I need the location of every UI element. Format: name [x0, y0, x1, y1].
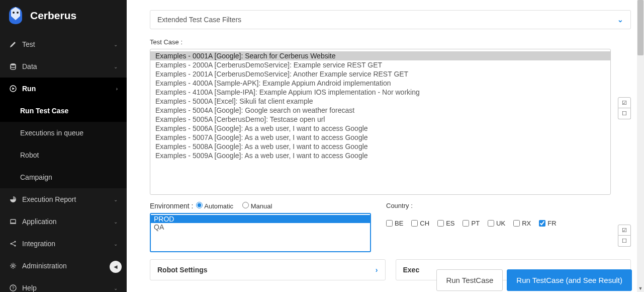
brand-name: Cerberus: [30, 10, 76, 22]
nav-label: Run: [22, 85, 36, 93]
chevron-down-icon: ⌄: [114, 64, 118, 69]
nav-item-application[interactable]: Application ⌄: [0, 210, 127, 233]
nav-label: Help: [22, 284, 37, 292]
brand: Cerberus: [0, 0, 127, 33]
empty-box-icon: ☐: [622, 238, 627, 244]
nav-label: Execution Report: [22, 195, 76, 203]
sidebar-collapse-button[interactable]: ◄: [110, 261, 122, 273]
test-case-option[interactable]: Examples - 5005A [CerberusDemo]: Testcas…: [150, 115, 610, 124]
deselect-all-countries-button[interactable]: ☐: [618, 236, 631, 247]
svg-rect-4: [11, 220, 16, 223]
chevron-down-icon: ⌄: [114, 219, 118, 225]
env-auto-radio[interactable]: [196, 202, 203, 208]
panel-title: Robot Settings: [157, 266, 208, 274]
nav-sub-label: Campaign: [20, 173, 52, 181]
chevron-right-icon: ›: [376, 266, 378, 274]
nav-label: Integration: [22, 240, 55, 248]
svg-point-8: [12, 265, 14, 267]
test-case-option[interactable]: Examples - 5007A [Google]: As a web user…: [150, 133, 610, 142]
country-checkbox-be[interactable]: BE: [386, 220, 403, 227]
brand-logo-icon: [5, 5, 26, 26]
nav-sub-executions-queue[interactable]: Executions in queue: [0, 122, 127, 144]
run-testcase-button[interactable]: Run TestCase: [436, 269, 503, 291]
nav-item-execution-report[interactable]: Execution Report ⌄: [0, 188, 127, 210]
test-case-option[interactable]: Examples - 4100A [Sample-IPA]: Example A…: [150, 88, 610, 97]
nav-label: Data: [22, 62, 37, 70]
country-checkbox-input[interactable]: [539, 220, 545, 227]
check-all-icon: ☑: [622, 227, 627, 234]
nav-label: Administration: [22, 262, 67, 270]
environment-select[interactable]: PRODQA: [150, 213, 371, 252]
chevron-down-icon: ⌄: [114, 241, 118, 247]
country-checkbox-pt[interactable]: PT: [463, 220, 480, 227]
deselect-all-button[interactable]: ☐: [618, 108, 631, 119]
test-case-option[interactable]: Examples - 5006A [Google]: As a web user…: [150, 124, 610, 133]
chevron-down-icon: ⌄: [617, 16, 623, 24]
nav-run-submenu: Run Test Case Executions in queue Robot …: [0, 100, 127, 188]
empty-box-icon: ☐: [622, 110, 627, 117]
chevron-right-icon: ›: [116, 86, 118, 92]
country-checkbox-input[interactable]: [437, 220, 444, 227]
environment-option[interactable]: PROD: [151, 215, 370, 223]
gear-icon: [9, 262, 17, 269]
test-case-option[interactable]: Examples - 2001A [CerberusDemoService]: …: [150, 69, 610, 79]
chevron-down-icon: ⌄: [114, 42, 118, 47]
nav-item-run[interactable]: Run ›: [0, 78, 127, 100]
filter-title: Extended Test Case Filters: [157, 16, 241, 24]
chart-icon: [9, 196, 17, 203]
country-label: Country :: [386, 202, 631, 209]
environment-label: Environment :: [150, 202, 193, 210]
extended-filters-panel[interactable]: Extended Test Case Filters ⌄: [150, 10, 631, 29]
nav-sub-robot[interactable]: Robot: [0, 144, 127, 166]
test-case-option[interactable]: Examples - 4000A [Sample-APK]: Example A…: [150, 79, 610, 88]
country-checkbox-rx[interactable]: RX: [513, 220, 531, 227]
env-manual-radio[interactable]: [242, 202, 249, 208]
share-icon: [9, 240, 17, 247]
sidebar: Cerberus Test ⌄ Data ⌄ Run › Run Test Ca…: [0, 0, 127, 292]
country-checkbox-fr[interactable]: FR: [539, 220, 556, 227]
test-case-option[interactable]: Examples - 5000A [Excel]: Sikuli fat cli…: [150, 97, 610, 106]
env-manual-radio-label[interactable]: Manual: [242, 202, 272, 210]
main-content: ▼ Extended Test Case Filters ⌄ Test Case…: [127, 0, 644, 292]
nav-item-administration[interactable]: Administration: [0, 255, 127, 277]
test-case-option[interactable]: Examples - 0001A [Google]: Search for Ce…: [150, 51, 610, 60]
test-case-option[interactable]: Examples - 5009A [Google]: As a web user…: [150, 151, 610, 160]
laptop-icon: [9, 218, 17, 225]
test-case-select[interactable]: Examples - 0001A [Google]: Search for Ce…: [150, 49, 611, 195]
country-checkbox-input[interactable]: [411, 220, 418, 227]
test-case-option[interactable]: Examples - 2000A [CerberusDemoService]: …: [150, 60, 610, 69]
run-testcase-see-result-button[interactable]: Run TestCase (and See Result): [507, 269, 632, 291]
play-icon: [9, 85, 17, 92]
svg-point-1: [17, 12, 19, 14]
test-case-option[interactable]: Examples - 5004A [Google]: Google search…: [150, 106, 610, 115]
country-checkbox-es[interactable]: ES: [437, 220, 454, 227]
panel-title: Exec: [403, 266, 420, 274]
country-checkbox-input[interactable]: [513, 220, 520, 227]
country-checkbox-input[interactable]: [488, 220, 494, 227]
nav-sub-campaign[interactable]: Campaign: [0, 166, 127, 188]
country-checkbox-input[interactable]: [463, 220, 469, 227]
check-all-icon: ☑: [622, 100, 627, 106]
environment-option[interactable]: QA: [151, 223, 370, 231]
nav-item-data[interactable]: Data ⌄: [0, 55, 127, 78]
select-all-countries-button[interactable]: ☑: [618, 225, 631, 236]
country-checkbox-ch[interactable]: CH: [411, 220, 429, 227]
chevron-down-icon: ⌄: [114, 197, 118, 202]
nav-item-test[interactable]: Test ⌄: [0, 33, 127, 55]
nav-sub-label: Executions in queue: [20, 129, 83, 137]
svg-point-0: [13, 12, 15, 14]
nav-sub-run-test-case[interactable]: Run Test Case: [0, 100, 127, 122]
country-checkbox-uk[interactable]: UK: [488, 220, 505, 227]
arrow-left-icon: ◄: [113, 263, 119, 270]
test-case-option[interactable]: Examples - 5008A [Google]: As a web user…: [150, 142, 610, 151]
select-all-button[interactable]: ☑: [618, 97, 631, 108]
nav-item-help[interactable]: ? Help ⌄: [0, 277, 127, 292]
help-icon: ?: [9, 284, 17, 291]
country-checkbox-group: BECHESPTUKRXFR: [386, 220, 613, 227]
country-checkbox-input[interactable]: [386, 220, 393, 227]
env-auto-radio-label[interactable]: Automatic: [196, 202, 233, 210]
nav-item-integration[interactable]: Integration ⌄: [0, 233, 127, 255]
svg-text:?: ?: [12, 285, 14, 290]
edit-icon: [9, 41, 17, 48]
robot-settings-panel[interactable]: Robot Settings ›: [150, 259, 386, 280]
